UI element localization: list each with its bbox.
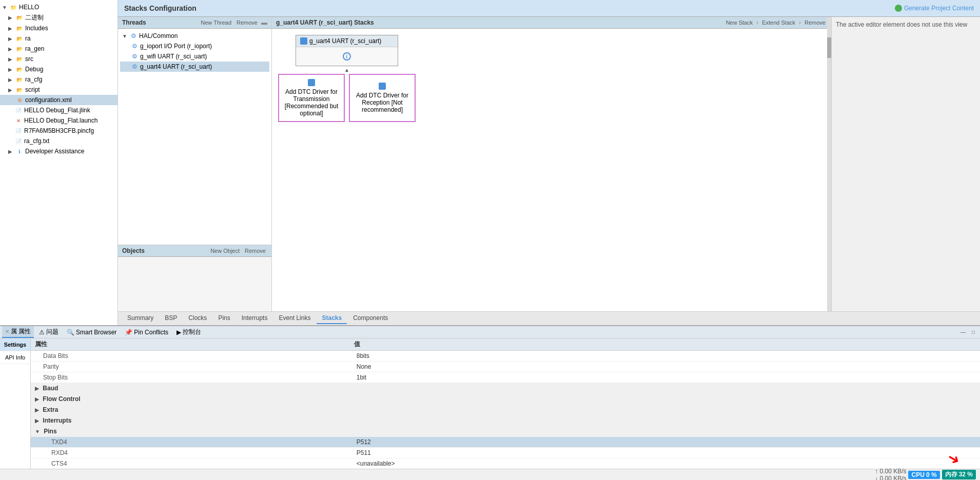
prop-attr-col-header: 属性 — [31, 338, 350, 350]
sidebar-item-ra-gen[interactable]: ▶ 📂 ra_gen — [0, 44, 117, 54]
scrollbar-track[interactable] — [827, 17, 831, 311]
thread-g-wifi[interactable]: ⚙ g_wifi UART (r_sci_uart) — [120, 51, 269, 62]
txt-file-icon: 📄 — [14, 137, 23, 145]
group-label: Flow Control — [43, 395, 80, 403]
tab-interrupts[interactable]: Interrupts — [237, 313, 273, 324]
stack-sub-block-0[interactable]: Add DTC Driver for Transmission [Recomme… — [278, 74, 345, 122]
prop-row-data-bits[interactable]: Data Bits 8bits — [31, 351, 980, 362]
prop-row-parity[interactable]: Parity None — [31, 362, 980, 372]
config-header: Stacks Configuration Generate Project Co… — [118, 0, 980, 17]
prop-maximize-btn[interactable]: □ — [969, 328, 978, 337]
tab-clocks[interactable]: Clocks — [183, 313, 212, 324]
stack-main-block[interactable]: g_uart4 UART (r_sci_uart) i — [296, 35, 398, 66]
prop-sidebar-settings[interactable]: Settings — [0, 338, 30, 351]
sidebar-item-ra-cfg-txt[interactable]: 📄 ra_cfg.txt — [0, 136, 117, 146]
stack-sub-blocks-container: Add DTC Driver for Transmission [Recomme… — [278, 74, 416, 122]
thread-g-uart4[interactable]: ⚙ g_uart4 UART (r_sci_uart) — [120, 62, 269, 72]
group-expand-icon: ▼ — [35, 429, 40, 434]
sidebar-item-label: script — [25, 86, 40, 93]
prop-tab-issues[interactable]: ⚠ 问题 — [36, 327, 62, 337]
group-label: Extra — [43, 406, 58, 413]
stacks-panel: g_uart4 UART (r_sci_uart) Stacks New Sta… — [272, 17, 831, 311]
group-expand-icon: ▶ — [35, 418, 39, 424]
prop-row-stop-bits[interactable]: Stop Bits 1bit — [31, 372, 980, 383]
thread-hal-common[interactable]: ▼ ⚙ HAL/Common — [120, 31, 269, 41]
prop-row-txd4[interactable]: TXD4 P512 — [31, 437, 980, 448]
sidebar-item-src[interactable]: ▶ 📂 src — [0, 54, 117, 64]
properties-area: ✕ 属 属性 ⚠ 问题 🔍 Smart Browser 📌 Pin Confli… — [0, 325, 980, 469]
prop-tab-attr[interactable]: ✕ 属 属性 — [2, 326, 34, 338]
right-panel-message: The active editor element does not use t… — [836, 21, 967, 28]
sidebar-item-hello[interactable]: ▼ 📁 HELLO — [0, 2, 117, 12]
prop-group-extra[interactable]: ▶ Extra — [31, 405, 980, 415]
folder-icon: 📂 — [15, 55, 24, 63]
thread-g-ioport[interactable]: ⚙ g_ioport I/O Port (r_ioport) — [120, 41, 269, 51]
thread-label: g_uart4 UART (r_sci_uart) — [140, 63, 212, 70]
prop-group-pins[interactable]: ▼ Pins — [31, 426, 980, 437]
sidebar-item-dev-assist[interactable]: ▶ ℹ Developer Assistance — [0, 146, 117, 156]
sidebar-item-launch[interactable]: ✕ HELLO Debug_Flat.launch — [0, 115, 117, 126]
new-thread-btn[interactable]: New Thread — [199, 19, 233, 26]
prop-tab-smart-browser[interactable]: 🔍 Smart Browser — [64, 328, 120, 337]
panel-separator-icon: ▬ — [261, 19, 267, 26]
expand-icon: ▶ — [8, 46, 14, 52]
remove-object-btn[interactable]: Remove — [243, 247, 267, 254]
remove-stack-btn[interactable]: Remove — [803, 19, 827, 26]
sidebar-item-label: 二进制 — [25, 13, 44, 22]
prop-attr-name: Stop Bits — [31, 372, 352, 383]
sidebar-item-config-xml[interactable]: ⚙ configuration.xml — [0, 95, 117, 105]
network-up: ↑ 0.00 KB/s — [875, 468, 906, 475]
tab-stacks[interactable]: Stacks — [317, 313, 347, 324]
prop-group-flow-control[interactable]: ▶ Flow Control — [31, 394, 980, 405]
prop-attr-name: RXD4 — [31, 448, 352, 458]
group-expand-icon: ▶ — [35, 396, 39, 402]
stack-sub-block-1[interactable]: Add DTC Driver for Reception [Not recomm… — [349, 74, 416, 122]
prop-minimize-btn[interactable]: — — [958, 328, 968, 337]
prop-group-baud[interactable]: ▶ Baud — [31, 383, 980, 394]
sidebar-item-includes[interactable]: ▶ 📂 Includes — [0, 23, 117, 33]
file-icon: 📄 — [14, 106, 23, 114]
sidebar-item-debug[interactable]: ▶ 📂 Debug — [0, 64, 117, 74]
tab-components[interactable]: Components — [348, 313, 393, 324]
tab-event-links[interactable]: Event Links — [273, 313, 316, 324]
sidebar-item-pincfg[interactable]: 📄 R7FA6M5BH3CFB.pincfg — [0, 126, 117, 136]
generate-project-btn[interactable]: Generate Project Content — [895, 5, 974, 12]
tab-summary[interactable]: Summary — [122, 313, 159, 324]
connector-arrow-icon: ▲ — [344, 67, 349, 73]
extend-stack-btn[interactable]: Extend Stack — [760, 19, 797, 26]
prop-tab-label: Smart Browser — [76, 329, 116, 336]
folder-icon: 📂 — [15, 65, 24, 73]
sidebar-item-ra[interactable]: ▶ 📂 ra — [0, 33, 117, 44]
new-object-btn[interactable]: New Object — [209, 247, 241, 254]
sidebar-item-er-prog[interactable]: ▶ 📂 二进制 — [0, 12, 117, 23]
objects-actions: New Object Remove — [209, 247, 267, 254]
tab-pins[interactable]: Pins — [213, 313, 235, 324]
sidebar-item-jlink[interactable]: 📄 HELLO Debug_Flat.jlink — [0, 105, 117, 115]
config-bottom-tabs: Summary BSP Clocks Pins Interrupts Event… — [118, 311, 980, 325]
prop-tab-pin-conflicts[interactable]: 📌 Pin Conflicts — [122, 328, 171, 337]
prop-tab-control[interactable]: ▶ 控制台 — [173, 327, 204, 337]
threads-actions: New Thread Remove ▬ — [199, 19, 267, 26]
tab-bsp[interactable]: BSP — [160, 313, 182, 324]
sidebar-item-ra-cfg[interactable]: ▶ 📂 ra_cfg — [0, 74, 117, 85]
prop-main: 属性 值 Data Bits 8bits Parity None — [31, 338, 980, 469]
prop-sidebar-api-info[interactable]: API Info — [0, 351, 30, 364]
new-stack-btn[interactable]: New Stack — [724, 19, 755, 26]
sub-block-icon — [379, 83, 386, 90]
scrollbar-thumb[interactable] — [827, 37, 831, 58]
prop-row-cts4[interactable]: CTS4 <unavailable> — [31, 458, 980, 469]
expand-icon: ▶ — [8, 26, 14, 31]
group-expand-icon: ▶ — [35, 386, 39, 391]
stacks-title: g_uart4 UART (r_sci_uart) Stacks — [276, 19, 374, 26]
prop-row-rxd4[interactable]: RXD4 P511 — [31, 448, 980, 458]
folder-icon: 📂 — [15, 24, 24, 32]
green-dot-icon — [895, 5, 902, 12]
sidebar-item-script[interactable]: ▶ 📂 script — [0, 85, 117, 95]
prop-header: 属性 值 — [31, 338, 980, 351]
properties-content: Settings API Info 属性 值 Data Bits 8bits — [0, 338, 980, 469]
remove-thread-btn[interactable]: Remove — [235, 19, 259, 26]
expand-icon: ▶ — [8, 149, 14, 154]
attr-tab-close-icon[interactable]: ✕ — [5, 329, 9, 334]
prop-group-interrupts[interactable]: ▶ Interrupts — [31, 415, 980, 426]
expand-icon: ▶ — [8, 36, 14, 42]
